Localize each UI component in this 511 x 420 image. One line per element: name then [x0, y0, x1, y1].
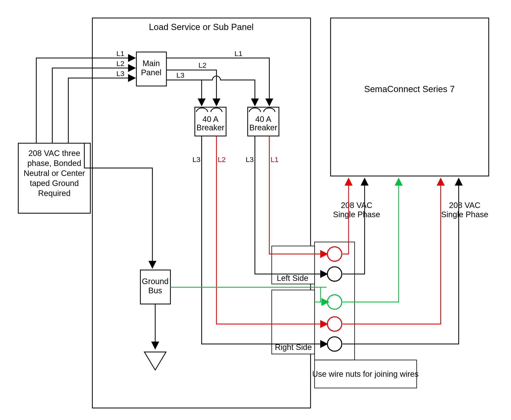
svg-text:Bus: Bus — [148, 286, 162, 295]
svg-text:208 VAC: 208 VAC — [449, 201, 480, 210]
svg-text:taped Ground: taped Ground — [30, 179, 79, 188]
svg-text:phase, Bonded: phase, Bonded — [27, 159, 81, 168]
svg-text:L2: L2 — [198, 61, 206, 69]
semaconnect-box — [331, 18, 489, 176]
svg-text:40 A: 40 A — [255, 115, 271, 124]
svg-text:L2: L2 — [116, 60, 124, 68]
svg-text:Use wire nuts for joining wire: Use wire nuts for joining wires — [312, 369, 419, 378]
svg-text:Left Side: Left Side — [277, 274, 308, 283]
svg-text:Breaker: Breaker — [196, 123, 225, 132]
svg-text:Breaker: Breaker — [249, 123, 277, 132]
svg-text:Single Phase: Single Phase — [441, 210, 488, 219]
panel-title: Load Service or Sub Panel — [149, 22, 254, 32]
svg-text:208 VAC three: 208 VAC three — [28, 149, 80, 158]
svg-text:L3: L3 — [176, 71, 184, 79]
svg-text:L3: L3 — [116, 69, 124, 78]
svg-text:L3: L3 — [246, 155, 254, 164]
svg-text:40 A: 40 A — [202, 115, 218, 124]
wiring-diagram: Load Service or Sub Panel 208 VAC three … — [0, 0, 511, 420]
svg-text:Panel: Panel — [141, 68, 161, 77]
svg-text:L1: L1 — [271, 155, 279, 164]
svg-text:Neutral or Center: Neutral or Center — [24, 169, 85, 178]
svg-text:Required: Required — [38, 189, 70, 198]
svg-text:Main: Main — [142, 59, 160, 68]
svg-text:L1: L1 — [116, 49, 124, 58]
svg-text:L1: L1 — [234, 49, 242, 58]
svg-text:L2: L2 — [218, 155, 226, 164]
svg-text:L3: L3 — [192, 155, 200, 164]
svg-text:SemaConnect Series 7: SemaConnect Series 7 — [364, 84, 455, 94]
svg-text:Single Phase: Single Phase — [333, 210, 380, 219]
svg-text:208 VAC: 208 VAC — [341, 201, 372, 210]
svg-text:Ground: Ground — [142, 277, 169, 286]
